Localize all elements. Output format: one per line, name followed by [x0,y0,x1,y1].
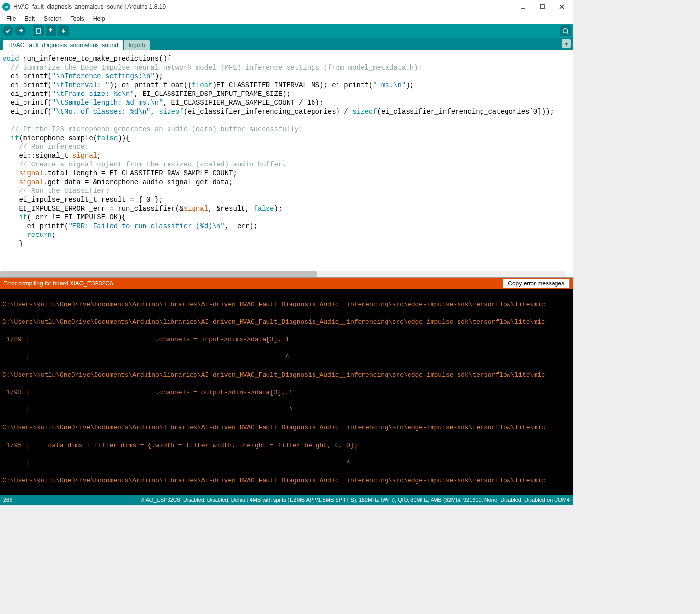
console-line: 1789 | .channels = input->dims->data[3],… [2,335,571,344]
tab-logo-h[interactable]: logo.h [124,40,150,50]
maximize-button[interactable] [533,2,551,12]
code-token: ; [97,152,101,160]
copy-error-button[interactable]: Copy error messages [503,279,570,288]
code-string: "\nInference settings:\n" [52,72,155,80]
console-line: | ^ [2,459,571,468]
code-keyword: sizeof [352,108,377,116]
code-token: (_err != EI_IMPULSE_OK){ [27,213,126,221]
code-keyword: false [97,134,118,142]
code-token [2,213,19,221]
code-token: EI_IMPULSE_ERROR _err = run_classifier(& [2,205,184,213]
code-comment: // Run inference: [2,143,89,151]
code-token: ei_printf( [2,72,52,80]
menu-sketch[interactable]: Sketch [40,14,66,23]
code-token: (ei_classifier_inferencing_categories[0]… [377,108,554,116]
window-controls [514,2,571,12]
code-keyword: return [27,231,51,239]
menu-edit[interactable]: Edit [21,14,39,23]
code-token: void [2,55,19,63]
menu-tools[interactable]: Tools [67,14,88,23]
svg-line-6 [567,32,568,34]
code-token: , EI_CLASSIFIER_DSP_INPUT_FRAME_SIZE); [134,90,290,98]
code-editor[interactable]: void run_inference_to_make_predictions()… [0,50,573,278]
editor-horizontal-scrollbar[interactable] [0,271,566,277]
code-token: ); ei_printf_float(( [109,81,192,89]
console-line: C:\Users\kutlu\OneDrive\Documents\Arduin… [2,476,571,485]
verify-button[interactable] [2,25,13,36]
code-token: )EI_CLASSIFIER_INTERVAL_MS); ei_printf( [213,81,373,89]
code-ident: signal [72,152,97,160]
close-button[interactable] [553,2,571,12]
status-board-info: XIAO_ESP32C6, Disabled, Disabled, Defaul… [33,497,570,503]
code-ident: signal [184,205,208,213]
console-line: 1795 | data_dims_t filter_dims = {.width… [2,441,571,450]
open-button[interactable] [46,25,56,36]
code-token: ei_printf( [2,90,52,98]
code-token: )){ [118,134,130,142]
minimize-button[interactable] [514,2,531,12]
code-comment: // Create a signal object from the resiz… [2,161,287,168]
code-token: , _err); [225,222,258,230]
tab-strip: HVAC_fault_diagnosis_anomalous_sound log… [0,38,573,50]
code-string: "\tFrame size: %d\n" [52,90,134,98]
console-line: | ^ [2,353,571,362]
code-string: "ERR: Failed to run classifier (%d)\n" [68,222,224,230]
upload-button[interactable] [15,25,26,36]
code-token: ei_impulse_result_t result = { 0 }; [2,196,163,204]
console-line: C:\Users\kutlu\OneDrive\Documents\Arduin… [2,300,571,309]
code-comment: // Summarize the Edge Impulse neural net… [2,64,422,71]
menu-file[interactable]: File [2,14,20,23]
code-token: ei_printf( [2,222,68,230]
code-content[interactable]: void run_inference_to_make_predictions()… [0,50,573,277]
code-ident: signal [19,178,44,186]
code-token: ei::signal_t [2,152,72,160]
save-button[interactable] [58,25,69,36]
status-bar: 266 XIAO_ESP32C6, Disabled, Disabled, De… [0,495,573,505]
code-token: ei_printf( [2,99,52,107]
new-button[interactable] [33,25,44,36]
code-token: , [150,108,159,116]
code-token [2,231,27,239]
code-token: ; [52,231,56,239]
window-title: HVAC_fault_diagnosis_anomalous_sound | A… [13,3,514,10]
code-string: "\tSample length: %d ms.\n" [52,99,163,107]
tab-dropdown-icon[interactable] [562,39,571,48]
code-keyword: if [11,134,19,142]
compile-error-bar: Error compiling for board XIAO_ESP32C6. … [0,278,573,289]
serial-monitor-button[interactable] [560,25,571,36]
code-ident: signal [19,169,44,177]
menu-help[interactable]: Help [89,14,109,23]
scrollbar-thumb[interactable] [0,271,317,277]
code-token [2,169,19,177]
code-keyword: false [254,205,274,213]
code-token: ); [155,72,163,80]
code-token: , &result, [208,205,253,213]
title-bar: ∞ HVAC_fault_diagnosis_anomalous_sound |… [0,0,573,13]
code-token [2,134,11,142]
toolbar [0,24,573,38]
code-token [2,178,19,186]
arduino-app-icon: ∞ [2,3,10,11]
output-console[interactable]: C:\Users\kutlu\OneDrive\Documents\Arduin… [0,289,573,495]
code-token: ei_printf( [2,108,52,116]
code-comment: // Run the classifier: [2,187,109,195]
console-line: C:\Users\kutlu\OneDrive\Documents\Arduin… [2,424,571,432]
code-string: "\tNo. of classes: %d\n" [52,108,151,116]
menu-bar: File Edit Sketch Tools Help [0,13,573,24]
code-token: , EI_CLASSIFIER_RAW_SAMPLE_COUNT / 16); [163,99,324,107]
tab-main-sketch[interactable]: HVAC_fault_diagnosis_anomalous_sound [3,40,123,50]
code-token: run_inference_to_make_predictions(){ [19,55,171,63]
code-keyword: if [19,213,27,221]
code-string: "\tInterval: " [52,81,110,89]
console-line: C:\Users\kutlu\OneDrive\Documents\Arduin… [2,371,571,379]
code-token: ei_printf( [2,81,52,89]
console-line: C:\Users\kutlu\OneDrive\Documents\Arduin… [2,318,571,327]
code-token: (microphone_sample( [19,134,97,142]
code-token: .total_length = EI_CLASSIFIER_RAW_SAMPLE… [44,169,237,177]
code-token: ); [406,81,414,89]
code-token: .get_data = &microphone_audio_signal_get… [44,178,233,186]
status-line-number: 266 [3,497,33,503]
code-token: } [2,240,23,248]
code-comment: // If the I2S microphone generates an au… [2,125,303,133]
app-window: ∞ HVAC_fault_diagnosis_anomalous_sound |… [0,0,573,505]
